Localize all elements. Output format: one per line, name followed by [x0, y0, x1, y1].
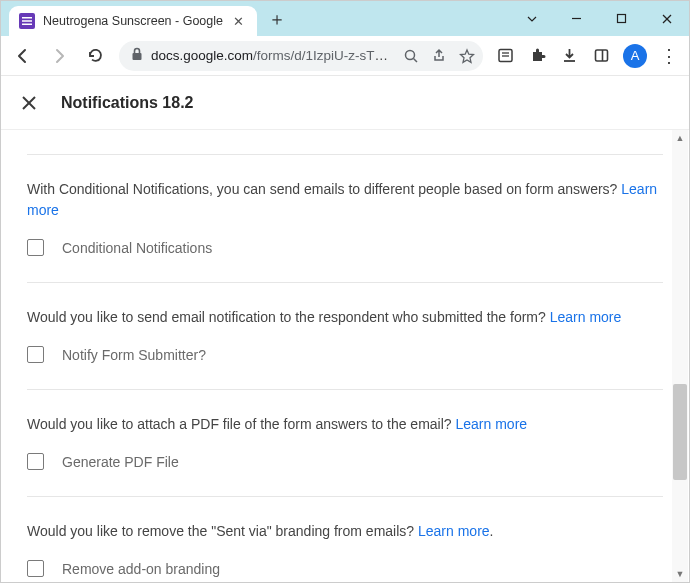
window-titlebar: Neutrogena Sunscreen - Google ✕ ＋: [1, 1, 689, 36]
browser-toolbar: docs.google.com/forms/d/1IzpiU-z-sTW… A …: [1, 36, 689, 76]
svg-point-8: [406, 50, 415, 59]
minimize-button[interactable]: [554, 4, 599, 34]
checkbox-label: Remove add-on branding: [62, 561, 220, 577]
scroll-down-icon[interactable]: ▼: [672, 566, 688, 582]
reload-button[interactable]: [79, 40, 111, 72]
section-description: With Conditional Notifications, you can …: [27, 179, 663, 221]
section-remove-branding: Would you like to remove the "Sent via" …: [27, 497, 663, 582]
browser-tab[interactable]: Neutrogena Sunscreen - Google ✕: [9, 6, 257, 36]
learn-more-link[interactable]: Learn more: [456, 416, 528, 432]
forward-button[interactable]: [43, 40, 75, 72]
dialog-header: Notifications 18.2: [1, 76, 689, 130]
section-description: Would you like to remove the "Sent via" …: [27, 521, 663, 542]
caret-down-icon[interactable]: [509, 4, 554, 34]
svg-line-9: [414, 58, 418, 62]
address-bar[interactable]: docs.google.com/forms/d/1IzpiU-z-sTW…: [119, 41, 483, 71]
url-text: docs.google.com/forms/d/1IzpiU-z-sTW…: [151, 48, 395, 63]
scroll-thumb[interactable]: [673, 384, 687, 480]
section-conditional-notifications: With Conditional Notifications, you can …: [27, 154, 663, 283]
svg-rect-1: [22, 20, 32, 22]
zoom-icon[interactable]: [403, 48, 419, 64]
share-icon[interactable]: [431, 48, 447, 64]
svg-rect-2: [22, 24, 32, 26]
new-tab-button[interactable]: ＋: [263, 5, 291, 33]
reader-icon[interactable]: [491, 42, 519, 70]
checkbox-generate-pdf[interactable]: [27, 453, 44, 470]
downloads-icon[interactable]: [555, 42, 583, 70]
dialog-close-icon[interactable]: [19, 93, 39, 113]
dialog-title: Notifications 18.2: [61, 94, 193, 112]
checkbox-label: Notify Form Submitter?: [62, 347, 206, 363]
learn-more-link[interactable]: Learn more: [550, 309, 622, 325]
close-window-button[interactable]: [644, 4, 689, 34]
section-notify-submitter: Would you like to send email notificatio…: [27, 283, 663, 390]
checkbox-label: Generate PDF File: [62, 454, 179, 470]
content-area: With Conditional Notifications, you can …: [1, 130, 689, 582]
tab-title: Neutrogena Sunscreen - Google: [43, 14, 223, 28]
section-description: Would you like to attach a PDF file of t…: [27, 414, 663, 435]
svg-rect-7: [133, 53, 142, 60]
maximize-button[interactable]: [599, 4, 644, 34]
profile-avatar[interactable]: A: [623, 44, 647, 68]
star-icon[interactable]: [459, 48, 475, 64]
lock-icon: [131, 47, 143, 64]
scroll-up-icon[interactable]: ▲: [672, 130, 688, 146]
checkbox-remove-branding[interactable]: [27, 560, 44, 577]
omnibox-actions: [403, 48, 475, 64]
extensions-icon[interactable]: [523, 42, 551, 70]
section-generate-pdf: Would you like to attach a PDF file of t…: [27, 390, 663, 497]
checkbox-conditional-notifications[interactable]: [27, 239, 44, 256]
forms-icon: [19, 13, 35, 29]
back-button[interactable]: [7, 40, 39, 72]
window-controls: [509, 1, 689, 36]
sidepanel-icon[interactable]: [587, 42, 615, 70]
svg-rect-0: [22, 17, 32, 19]
browser-menu-icon[interactable]: ⋮: [655, 42, 683, 70]
learn-more-link[interactable]: Learn more: [418, 523, 490, 539]
svg-rect-4: [618, 15, 626, 23]
tab-close-icon[interactable]: ✕: [231, 13, 247, 29]
checkbox-notify-submitter[interactable]: [27, 346, 44, 363]
section-description: Would you like to send email notificatio…: [27, 307, 663, 328]
tab-strip: Neutrogena Sunscreen - Google ✕ ＋: [1, 1, 291, 36]
svg-rect-14: [595, 50, 607, 61]
checkbox-label: Conditional Notifications: [62, 240, 212, 256]
scrollbar[interactable]: ▲ ▼: [672, 130, 688, 582]
